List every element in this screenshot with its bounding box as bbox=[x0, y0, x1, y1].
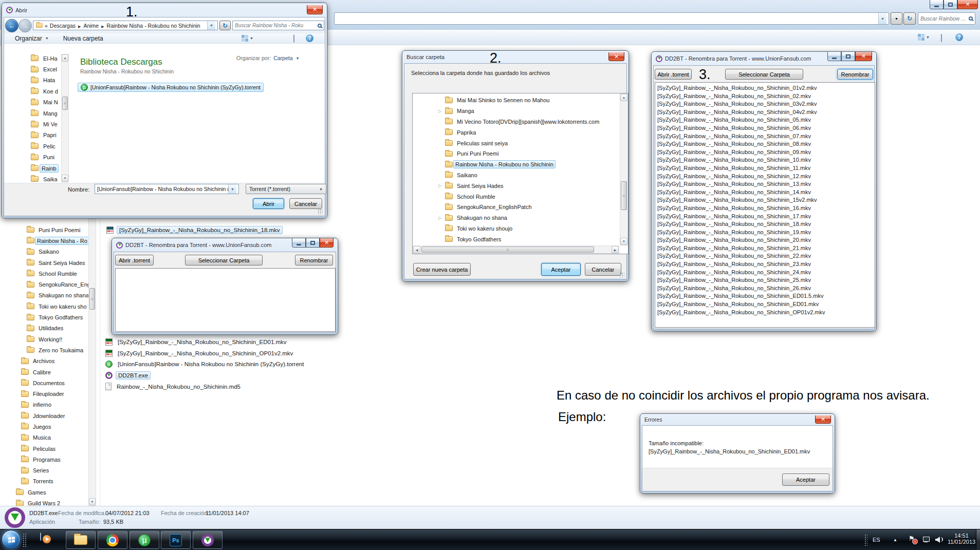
file-list-item[interactable]: [SyZyGy]_Rainbow_-_Nisha_Rokubou_no_Shic… bbox=[657, 260, 875, 269]
tree-item[interactable]: Games bbox=[0, 487, 100, 498]
file-list-item[interactable]: [SyZyGy]_Rainbow_-_Nisha_Rokubou_no_Shic… bbox=[657, 236, 875, 244]
file-list-item[interactable]: [SyZyGy]_Rainbow_-_Nisha_Rokubou_no_Shic… bbox=[657, 300, 875, 309]
file-list-item[interactable]: [SyZyGy]_Rainbow_-_Nisha_Rokubou_no_Shic… bbox=[657, 92, 875, 101]
file-list-item[interactable]: [SyZyGy]_Rainbow_-_Nisha_Rokubou_no_Shic… bbox=[657, 188, 875, 197]
file-list-item[interactable]: [SyZyGy]_Rainbow_-_Nisha_Rokubou_no_Shic… bbox=[657, 108, 875, 117]
maximize-button[interactable] bbox=[306, 238, 320, 248]
open-torrent-button[interactable]: Abrir .torrent bbox=[655, 69, 692, 80]
file-list-item[interactable]: [SyZyGy]_Rainbow_-_Nisha_Rokubou_no_Shic… bbox=[657, 252, 875, 260]
file-list-item[interactable]: [SyZyGy]_Rainbow_-_Nisha_Rokubou_no_Shic… bbox=[657, 309, 875, 317]
tree-item[interactable]: ▷ SengokuRance_EnglishPatch bbox=[413, 202, 619, 213]
file-list-item[interactable]: [SyZyGy]_Rainbow_-_Nisha_Rokubou_no_Shic… bbox=[657, 84, 875, 92]
tree-item[interactable]: Utilidades bbox=[0, 323, 100, 334]
tree-item[interactable]: Saint Seiya Hades bbox=[0, 257, 100, 268]
maximize-button[interactable] bbox=[944, 0, 957, 9]
file-row[interactable]: [UnionFansub]Rainbow - Nisha Rokubou no … bbox=[105, 358, 306, 370]
tree-item[interactable]: Series bbox=[0, 465, 100, 476]
scroll-up-button[interactable]: ▲ bbox=[62, 54, 68, 62]
tree-item[interactable]: Zero no Tsukaima bbox=[0, 345, 100, 355]
close-button[interactable]: ✕ bbox=[608, 52, 624, 61]
file-list-item[interactable]: [SyZyGy]_Rainbow_-_Nisha_Rokubou_no_Shic… bbox=[657, 213, 875, 221]
tree-item[interactable]: ▷ Puni Puni Poemi bbox=[413, 148, 619, 159]
address-dropdown-button[interactable]: ▼ bbox=[878, 13, 886, 24]
refresh-button[interactable]: ↻ bbox=[903, 12, 916, 25]
titlebar[interactable]: Errores bbox=[640, 414, 835, 425]
file-list-item[interactable]: [SyZyGy]_Rainbow_-_Nisha_Rokubou_no_Shic… bbox=[657, 292, 875, 300]
tree-item[interactable]: Saikano bbox=[0, 246, 100, 257]
breadcrumb-dropdown-button[interactable]: ▼ bbox=[207, 21, 215, 30]
close-button[interactable]: ✕ bbox=[855, 52, 872, 61]
file-list-item[interactable]: [SyZyGy]_Rainbow_-_Nisha_Rokubou_no_Shic… bbox=[657, 276, 875, 285]
expand-icon[interactable]: ▷ bbox=[438, 216, 442, 220]
file-list-item[interactable]: [SyZyGy]_Rainbow_-_Nisha_Rokubou_no_Shic… bbox=[657, 269, 875, 277]
new-folder-button[interactable]: Nueva carpeta bbox=[63, 35, 103, 42]
scroll-up-button[interactable]: ▲ bbox=[620, 94, 627, 101]
file-list-item[interactable]: [SyZyGy]_Rainbow_-_Nisha_Rokubou_no_Shic… bbox=[657, 173, 875, 181]
file-list-item[interactable]: [SyZyGy]_Rainbow_-_Nisha_Rokubou_no_Shic… bbox=[657, 148, 875, 157]
tree-item[interactable]: ▷ Mai Mai Shinko to Sennen no Mahou bbox=[413, 95, 619, 106]
tree-item[interactable]: Documentos bbox=[0, 377, 100, 388]
breadcrumb-segment[interactable]: Anime bbox=[83, 23, 106, 29]
file-list-item[interactable]: [SyZyGy]_Rainbow_-_Nisha_Rokubou_no_Shic… bbox=[657, 244, 875, 253]
file-row[interactable]: [SyZyGy]_Rainbow_-_Nisha_Rokubou_no_Shic… bbox=[105, 348, 306, 359]
resize-grip[interactable] bbox=[318, 209, 323, 214]
file-list-item[interactable]: [SyZyGy]_Rainbow_-_Nisha_Rokubou_no_Shic… bbox=[657, 164, 875, 173]
new-folder-button[interactable]: Crear nueva carpeta bbox=[413, 263, 471, 276]
tree-item[interactable]: Programas bbox=[0, 454, 100, 465]
taskbar-item-dd2bt[interactable] bbox=[193, 531, 223, 549]
taskbar-item-wmp[interactable] bbox=[40, 533, 41, 540]
tree-item[interactable]: ▷ Saint Seiya Hades bbox=[413, 180, 619, 191]
tree-item[interactable]: Archivos bbox=[0, 356, 100, 367]
tree-item[interactable]: School Rumble bbox=[0, 268, 100, 279]
tree-item[interactable]: ▷ Manga bbox=[413, 106, 619, 117]
language-indicator[interactable]: ES bbox=[873, 537, 880, 543]
tree-item[interactable]: Shakugan no shana bbox=[0, 290, 100, 301]
file-list-empty[interactable] bbox=[115, 268, 336, 332]
expand-icon[interactable]: ▷ bbox=[438, 183, 442, 188]
file-list-item[interactable]: [SyZyGy]_Rainbow_-_Nisha_Rokubou_no_Shic… bbox=[657, 156, 875, 164]
taskbar-item-explorer[interactable] bbox=[66, 531, 96, 549]
file-row-partial[interactable]: [SyZyGy]_Rainbow_-_Nisha_Rokubou_no_Shic… bbox=[106, 224, 283, 236]
tree-item[interactable]: Juegos bbox=[0, 421, 100, 432]
sidebar-scrollbar[interactable]: ▲ ≡ ▼ bbox=[61, 54, 69, 182]
address-history-button[interactable]: ▼ bbox=[891, 12, 902, 25]
arrange-by[interactable]: Organizar por: Carpeta ▼ bbox=[236, 55, 299, 61]
quick-launch-grip[interactable] bbox=[23, 533, 27, 547]
file-list-item[interactable]: [SyZyGy]_Rainbow_-_Nisha_Rokubou_no_Shic… bbox=[657, 229, 875, 237]
file-row[interactable]: DD2BT.exe bbox=[105, 370, 306, 381]
accept-button[interactable]: Aceptar bbox=[541, 263, 581, 276]
tree-item[interactable]: Jdownloader bbox=[0, 410, 100, 421]
tree-item[interactable]: ▷ School Rumble bbox=[413, 191, 619, 202]
file-list-item[interactable]: [SyZyGy]_Rainbow_-_Nisha_Rokubou_no_Shic… bbox=[657, 140, 875, 148]
scroll-down-button[interactable]: ▼ bbox=[89, 498, 96, 505]
taskbar-item-photoshop[interactable] bbox=[161, 531, 191, 549]
tree-item[interactable]: infierno bbox=[0, 400, 100, 410]
network-icon[interactable] bbox=[922, 537, 930, 543]
file-list-item[interactable]: [SyZyGy]_Rainbow_-_Nisha_Rokubou_no_Shic… bbox=[657, 100, 875, 108]
back-button[interactable]: ← bbox=[5, 19, 19, 32]
scroll-right-button[interactable]: ▶ bbox=[612, 246, 619, 253]
file-row[interactable]: Rainbow_-_Nisha_Rokubou_no_Shichinin.md5 bbox=[105, 381, 306, 392]
refresh-button[interactable]: ↻ bbox=[219, 21, 231, 30]
show-hidden-icons-button[interactable]: ▲ bbox=[893, 538, 897, 542]
combo-dropdown-button[interactable]: ▼ bbox=[228, 184, 236, 194]
tree-item[interactable]: ▷ Mi Vecino Totoro[DVDrip][spanish][www.… bbox=[413, 117, 619, 127]
search-icon[interactable] bbox=[318, 24, 322, 28]
show-desktop-button[interactable] bbox=[976, 529, 980, 550]
action-center-icon[interactable] bbox=[909, 536, 916, 543]
close-button[interactable]: ✕ bbox=[320, 238, 334, 248]
search-icon[interactable] bbox=[969, 16, 973, 21]
scroll-down-button[interactable]: ▼ bbox=[62, 175, 68, 182]
file-list[interactable]: [SyZyGy]_Rainbow_-_Nisha_Rokubou_no_Shic… bbox=[655, 82, 875, 328]
resize-grip[interactable] bbox=[619, 272, 624, 277]
tree-item[interactable]: Fileuploader bbox=[0, 388, 100, 399]
cancel-button[interactable]: Cancelar bbox=[289, 198, 322, 209]
accept-button[interactable]: Aceptar bbox=[782, 473, 829, 486]
tree-item[interactable]: Toki wo kakeru sho bbox=[0, 301, 100, 312]
tree-item[interactable]: ▷ Rainbow Nisha - Rokubou no Shichinin bbox=[413, 159, 619, 170]
tree-item[interactable]: Puni Puni Poemi bbox=[0, 224, 100, 235]
minimize-button[interactable] bbox=[930, 0, 944, 9]
scrollbar-thumb[interactable]: ≡ bbox=[421, 246, 594, 253]
tree-item[interactable]: Tokyo Godfathers bbox=[0, 312, 100, 323]
scrollbar-thumb[interactable]: ≡ bbox=[621, 181, 627, 210]
